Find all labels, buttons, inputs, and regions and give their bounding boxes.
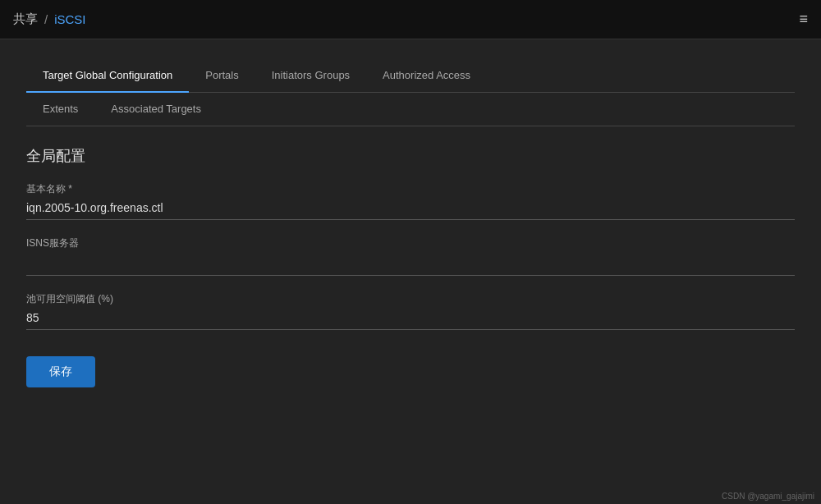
form-group-base-name: 基本名称 * iqn.2005-10.org.freenas.ctl	[26, 182, 795, 220]
tab-portals[interactable]: Portals	[189, 59, 255, 93]
tab-authorized-access[interactable]: Authorized Access	[366, 59, 487, 93]
isns-server-input[interactable]	[26, 255, 795, 276]
form-group-isns-server: ISNS服务器	[26, 236, 795, 276]
section-title: 全局配置	[26, 146, 795, 166]
main-content: Target Global Configuration Portals Init…	[0, 39, 821, 504]
breadcrumb-iscsi[interactable]: iSCSI	[54, 12, 85, 26]
breadcrumb: 共享 / iSCSI	[13, 11, 86, 27]
breadcrumb-separator: /	[44, 12, 48, 26]
tab-associated-targets[interactable]: Associated Targets	[94, 93, 218, 126]
topbar: 共享 / iSCSI ≡	[0, 0, 821, 39]
tabs-row1: Target Global Configuration Portals Init…	[26, 59, 795, 93]
form-group-pool-threshold: 池可用空间阈值 (%) 85	[26, 292, 795, 330]
topbar-menu-icon[interactable]: ≡	[799, 11, 808, 28]
save-button[interactable]: 保存	[26, 356, 95, 387]
base-name-value: iqn.2005-10.org.freenas.ctl	[26, 201, 795, 220]
isns-server-label: ISNS服务器	[26, 236, 795, 250]
pool-threshold-label: 池可用空间阈值 (%)	[26, 292, 795, 306]
tabs-row2: Extents Associated Targets	[26, 93, 795, 126]
breadcrumb-share: 共享	[13, 11, 38, 27]
tab-extents[interactable]: Extents	[26, 93, 94, 126]
tab-initiators-groups[interactable]: Initiators Groups	[255, 59, 366, 93]
tab-target-global-configuration[interactable]: Target Global Configuration	[26, 59, 189, 93]
pool-threshold-value: 85	[26, 311, 795, 330]
base-name-label: 基本名称 *	[26, 182, 795, 196]
